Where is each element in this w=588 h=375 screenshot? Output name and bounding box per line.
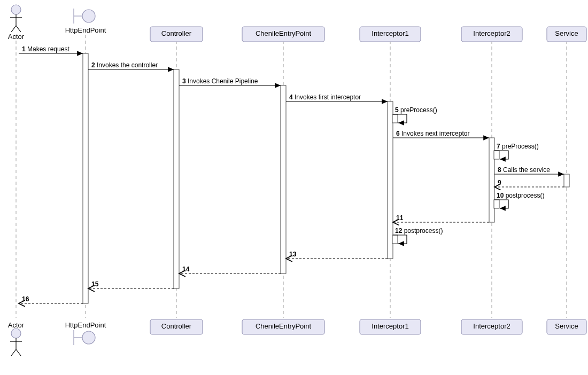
message-6: 6 Invokes next interceptor: [393, 130, 489, 138]
message-label: 2 Invokes the controller: [91, 61, 158, 69]
message-label: 14: [182, 265, 190, 273]
endpoint-head-top: HttpEndPoint: [65, 9, 106, 34]
message-label: 11: [396, 214, 404, 222]
message-3: 3 Invokes Chenile Pipeline: [179, 77, 281, 85]
service-head-top: Service: [547, 27, 586, 42]
message-9: 9: [494, 179, 564, 187]
lifelines-layer: [16, 35, 567, 318]
int2-foot-label: Interceptor2: [473, 322, 510, 330]
message-label: 10 postprocess(): [497, 192, 544, 199]
message-label: 1 Makes request: [22, 45, 69, 53]
activation-self-int1: [392, 114, 398, 123]
message-5: 5 preProcess(): [393, 106, 437, 123]
endpoint-foot: HttpEndPoint: [65, 321, 106, 345]
actor-foot-label: Actor: [8, 321, 25, 329]
message-4: 4 Invokes first interceptor: [286, 93, 388, 101]
message-7: 7 preProcess(): [494, 143, 539, 159]
message-label: 13: [289, 251, 297, 258]
message-label: 7 preProcess(): [497, 143, 539, 150]
endpoint-head-top-label: HttpEndPoint: [65, 26, 106, 34]
svg-point-18: [82, 331, 95, 344]
controller-foot-label: Controller: [161, 322, 192, 330]
activation-controller: [174, 69, 179, 288]
participant-heads-layer: ActorHttpEndPointControllerChenileEntryP…: [8, 5, 586, 42]
int1-foot: Interceptor1: [360, 319, 421, 334]
message-13: 13: [286, 251, 388, 259]
controller-foot: Controller: [150, 319, 203, 334]
endpoint-foot-label: HttpEndPoint: [65, 321, 106, 329]
message-16: 16: [19, 295, 83, 303]
message-label: 15: [91, 280, 99, 288]
int2-foot: Interceptor2: [461, 319, 522, 334]
message-10: 10 postprocess(): [494, 192, 544, 208]
message-label: 4 Invokes first interceptor: [289, 93, 361, 101]
svg-line-3: [11, 26, 16, 32]
message-8: 8 Calls the service: [494, 166, 564, 174]
activations-layer: [83, 53, 569, 303]
service-foot-label: Service: [555, 322, 578, 330]
svg-point-0: [11, 5, 21, 14]
message-label: 9: [498, 179, 501, 186]
controller-head-top: Controller: [150, 27, 203, 42]
entry-head-top-label: ChenileEntryPoint: [256, 29, 311, 37]
activation-endpoint: [83, 53, 88, 303]
message-label: 6 Invokes next interceptor: [396, 130, 469, 137]
message-1: 1 Makes request: [19, 45, 83, 53]
entry-foot: ChenileEntryPoint: [242, 319, 324, 334]
message-14: 14: [179, 265, 281, 274]
int2-head-top-label: Interceptor2: [473, 29, 510, 37]
message-label: 16: [22, 295, 29, 303]
svg-line-17: [16, 349, 21, 356]
message-11: 11: [393, 214, 489, 222]
message-label: 12 postprocess(): [395, 227, 443, 235]
svg-line-4: [16, 26, 21, 32]
actor-head-top-label: Actor: [8, 33, 25, 41]
messages-layer: 1 Makes request2 Invokes the controller3…: [19, 45, 564, 303]
activation-self-int2: [494, 200, 499, 208]
entry-foot-label: ChenileEntryPoint: [256, 322, 311, 330]
message-12: 12 postprocess(): [393, 227, 443, 244]
message-2: 2 Invokes the controller: [88, 61, 174, 69]
activation-service: [564, 174, 569, 187]
sequence-diagram: ActorHttpEndPointControllerChenileEntryP…: [0, 0, 588, 375]
participant-feet-layer: ActorHttpEndPointControllerChenileEntryP…: [8, 319, 586, 356]
svg-point-13: [11, 329, 21, 338]
message-label: 3 Invokes Chenile Pipeline: [182, 77, 258, 85]
message-label: 5 preProcess(): [395, 106, 437, 114]
message-15: 15: [88, 280, 174, 288]
entry-head-top: ChenileEntryPoint: [242, 27, 324, 42]
actor-head-top: Actor: [8, 5, 25, 41]
activation-entry: [281, 85, 286, 274]
svg-point-5: [82, 10, 95, 22]
service-foot: Service: [547, 319, 586, 334]
int1-foot-label: Interceptor1: [372, 322, 408, 330]
svg-line-16: [11, 349, 16, 356]
service-head-top-label: Service: [555, 29, 578, 37]
message-label: 8 Calls the service: [498, 166, 550, 174]
int1-head-top-label: Interceptor1: [372, 29, 408, 37]
activation-self-int1: [392, 235, 398, 244]
int1-head-top: Interceptor1: [360, 27, 421, 42]
int2-head-top: Interceptor2: [461, 27, 522, 42]
activation-self-int2: [494, 151, 499, 159]
controller-head-top-label: Controller: [161, 29, 192, 37]
actor-foot: Actor: [8, 321, 25, 356]
